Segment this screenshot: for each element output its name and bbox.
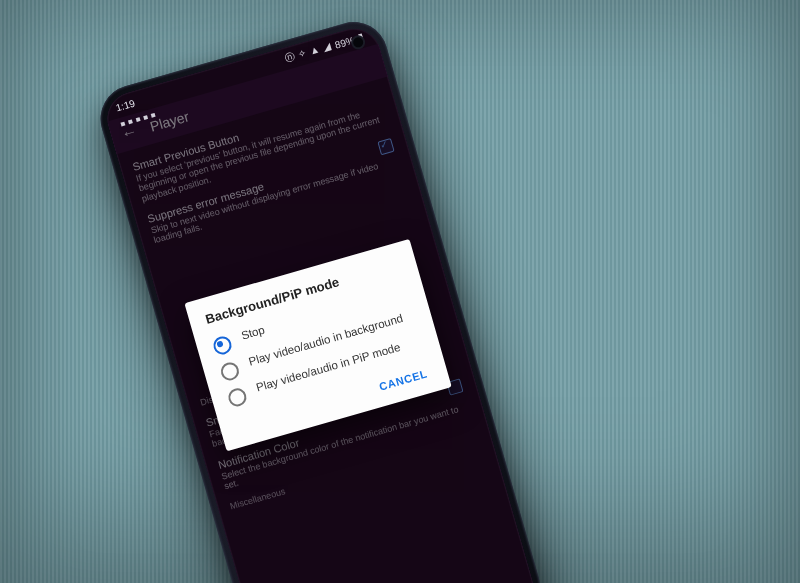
signal-icon: ◢ [322,41,332,53]
status-time: 1:19 [114,97,136,113]
vibrate-icon: ✧ [297,48,307,60]
photo-background: 1:19 ⓝ ✧ ▲ ◢ 89% ▮ ■■■■■ ← Player [0,0,800,583]
wifi-icon: ▲ [309,44,321,56]
option-label: Stop [240,324,267,344]
radio-icon[interactable] [226,386,248,408]
radio-icon[interactable] [211,334,233,356]
phone-body: 1:19 ⓝ ✧ ▲ ◢ 89% ▮ ■■■■■ ← Player [93,14,548,583]
stage: 1:19 ⓝ ✧ ▲ ◢ 89% ▮ ■■■■■ ← Player [0,0,800,583]
radio-icon[interactable] [219,360,241,382]
phone-screen: 1:19 ⓝ ✧ ▲ ◢ 89% ▮ ■■■■■ ← Player [101,23,539,583]
nfc-icon: ⓝ [284,52,296,64]
